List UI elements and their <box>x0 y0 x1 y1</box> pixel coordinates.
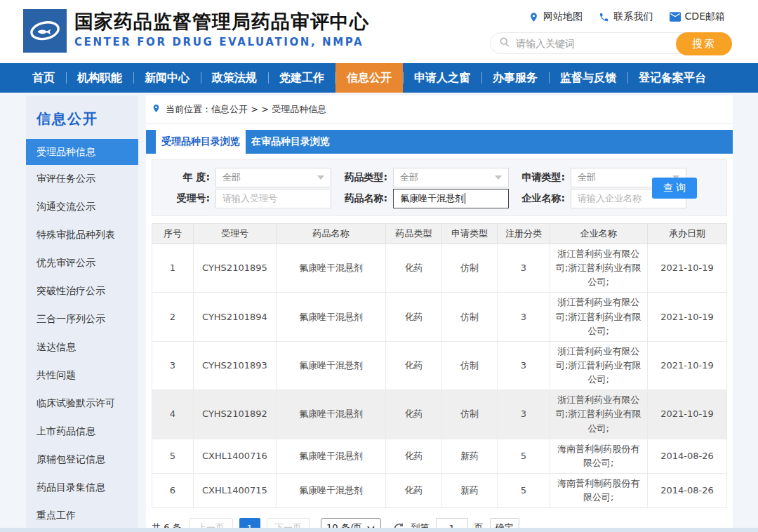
sidebar-item[interactable]: 优先审评公示 <box>26 249 138 277</box>
site-header: 国家药品监督管理局药品审评中心 CENTER FOR DRUG EVALUATI… <box>0 0 758 63</box>
mail-icon <box>670 12 681 22</box>
table-cell: CYHS2101895 <box>193 244 276 293</box>
site-subtitle: CENTER FOR DRUG EVALUATION, NMPA <box>74 36 369 48</box>
sidebar-item[interactable]: 受理品种信息 <box>26 139 138 165</box>
table-row: 1CYHS2101895氟康唑干混悬剂化药仿制3浙江普利药业有限公司;浙江普利药… <box>152 244 727 293</box>
table-cell: 氟康唑干混悬剂 <box>276 341 385 390</box>
sidebar-item[interactable]: 特殊审批品种列表 <box>26 221 138 249</box>
nav-item[interactable]: 申请人之窗 <box>403 63 481 93</box>
nav-item[interactable]: 登记备案平台 <box>627 63 717 93</box>
table-header-cell: 企业名称 <box>550 224 647 244</box>
cde-logo-icon <box>26 11 64 51</box>
table-cell: 3 <box>498 390 550 439</box>
sidebar-item[interactable]: 临床试验默示许可 <box>26 390 138 418</box>
table-row: 5CXHL1400716氟康唑干混悬剂化药新药5海南普利制药股份有限公司;201… <box>152 439 727 473</box>
tab-item[interactable]: 在审品种目录浏览 <box>246 130 335 154</box>
sidebar-item[interactable]: 上市药品信息 <box>26 418 138 446</box>
table-cell: 3 <box>498 293 550 341</box>
table-header-cell: 承办日期 <box>647 224 726 244</box>
table-cell: 仿制 <box>441 293 497 341</box>
results-table: 序号受理号药品名称药品类型申请类型注册分类企业名称承办日期1CYHS210189… <box>152 223 727 508</box>
table-cell: 2014-08-26 <box>647 439 726 473</box>
table-header-cell: 注册分类 <box>498 224 550 244</box>
sidebar-item[interactable]: 三合一序列公示 <box>26 305 138 333</box>
breadcrumb-pin-icon <box>152 104 161 115</box>
tab-item[interactable]: 受理品种目录浏览 <box>156 130 246 154</box>
filter-label: 企业名称: <box>520 192 571 205</box>
nav-item[interactable]: 监督与反馈 <box>549 63 627 93</box>
table-cell: 海南普利制药股份有限公司; <box>550 439 647 473</box>
table-cell: 氟康唑干混悬剂 <box>276 390 385 439</box>
sidebar-item[interactable]: 原辅包登记信息 <box>26 446 138 474</box>
table-row: 3CYHS2101893氟康唑干混悬剂化药仿制3浙江普利药业有限公司;浙江普利药… <box>152 341 727 390</box>
table-cell: 浙江普利药业有限公司;浙江普利药业有限公司; <box>550 293 647 341</box>
filter-label: 申请类型: <box>520 171 571 184</box>
nav-item[interactable]: 办事服务 <box>481 63 549 93</box>
header-links: 网站地图 联系我们 CDE邮箱 <box>490 11 732 23</box>
sidebar-item[interactable]: 沟通交流公示 <box>26 193 138 221</box>
filter-label: 年 度: <box>165 171 215 184</box>
search-button[interactable]: 搜索 <box>676 32 732 55</box>
year-select[interactable]: 全部 <box>215 168 331 187</box>
cde-mail-link[interactable]: CDE邮箱 <box>670 11 725 23</box>
acceptance-no-input[interactable] <box>215 189 331 208</box>
footer-strip <box>0 528 758 532</box>
chevron-down-icon <box>317 175 324 180</box>
drug-type-select[interactable]: 全部 <box>393 168 509 187</box>
table-cell: 浙江普利药业有限公司;浙江普利药业有限公司; <box>550 341 647 390</box>
table-cell: 2014-08-26 <box>647 473 726 507</box>
table-cell: 化药 <box>386 293 441 341</box>
table-cell: 2 <box>152 293 194 341</box>
table-cell: 3 <box>498 244 550 293</box>
filter-label: 药品名称: <box>343 192 393 205</box>
nav-item[interactable]: 机构职能 <box>66 63 133 93</box>
table-cell: 仿制 <box>441 341 497 390</box>
sidebar-title: 信息公开 <box>26 95 138 139</box>
query-button[interactable]: 查询 <box>652 178 697 199</box>
table-row: 6CXHL1400715氟康唑干混悬剂化药新药5海南普利制药股份有限公司;201… <box>152 473 727 507</box>
table-cell: CXHL1400716 <box>193 439 276 473</box>
table-cell: 化药 <box>386 341 441 390</box>
tab-bar: 受理品种目录浏览在审品种目录浏览 <box>146 130 733 154</box>
contact-link[interactable]: 联系我们 <box>599 11 653 23</box>
table-cell: 5 <box>498 439 550 473</box>
breadcrumb: 当前位置：信息公开 > > 受理品种信息 <box>146 95 733 124</box>
text-cursor <box>465 193 465 204</box>
table-cell: 化药 <box>386 473 441 507</box>
sidebar-item[interactable]: 突破性治疗公示 <box>26 277 138 305</box>
table-cell: 氟康唑干混悬剂 <box>276 244 385 293</box>
table-cell: 3 <box>152 341 194 390</box>
table-row: 4CYHS2101892氟康唑干混悬剂化药仿制3浙江普利药业有限公司;浙江普利药… <box>152 390 727 439</box>
table-cell: 化药 <box>386 244 441 293</box>
table-cell: 新药 <box>441 473 497 507</box>
table-row: 2CYHS2101894氟康唑干混悬剂化药仿制3浙江普利药业有限公司;浙江普利药… <box>152 293 727 341</box>
filter-panel: 年 度:全部药品类型:全部申请类型:全部受理号:药品名称:氟康唑干混悬剂企业名称… <box>152 159 727 216</box>
results-table-wrap: 序号受理号药品名称药品类型申请类型注册分类企业名称承办日期1CYHS210189… <box>152 223 727 508</box>
sidebar-item[interactable]: 重点工作 <box>26 502 138 530</box>
table-cell: 2021-10-19 <box>647 390 726 439</box>
sidebar-item[interactable]: 共性问题 <box>26 361 138 390</box>
sidebar-item[interactable]: 药品目录集信息 <box>26 474 138 502</box>
sidebar-item[interactable]: 送达信息 <box>26 333 138 361</box>
sitemap-link[interactable]: 网站地图 <box>528 11 583 23</box>
filter-label: 药品类型: <box>343 171 393 184</box>
breadcrumb-text: 当前位置：信息公开 > > 受理品种信息 <box>166 103 326 116</box>
cde-logo <box>23 9 67 53</box>
table-cell: CYHS2101894 <box>193 293 276 341</box>
nav-item[interactable]: 信息公开 <box>335 63 403 93</box>
table-cell: 氟康唑干混悬剂 <box>276 473 385 507</box>
sidebar-item[interactable]: 审评任务公示 <box>26 165 138 193</box>
nav-item[interactable]: 政策法规 <box>201 63 268 93</box>
table-cell: 海南普利制药股份有限公司; <box>550 473 647 507</box>
drug-name-input[interactable]: 氟康唑干混悬剂 <box>393 189 509 208</box>
table-header-cell: 药品名称 <box>276 224 385 244</box>
table-cell: 仿制 <box>441 244 497 293</box>
table-header-cell: 序号 <box>152 224 194 244</box>
nav-item[interactable]: 党建工作 <box>268 63 335 93</box>
phone-icon <box>599 12 609 22</box>
nav-item[interactable]: 新闻中心 <box>133 63 201 93</box>
table-cell: 4 <box>152 390 194 439</box>
main-nav: 首页机构职能新闻中心政策法规党建工作信息公开申请人之窗办事服务监督与反馈登记备案… <box>0 63 758 93</box>
table-cell: 氟康唑干混悬剂 <box>276 293 385 341</box>
nav-item[interactable]: 首页 <box>21 63 66 93</box>
